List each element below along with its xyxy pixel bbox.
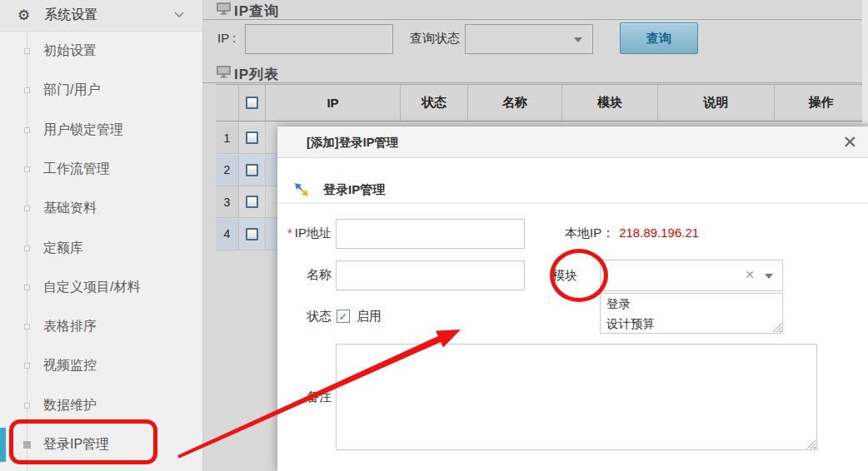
sidebar-item[interactable]: 部门/用户 [0, 71, 203, 110]
app-window: ⚙ 系统设置 初始设置部门/用户用户锁定管理工作流管理基础资料定额库自定义项目/… [0, 0, 868, 471]
local-ip-label: 本地IP： [565, 226, 614, 240]
status-label: 状态 [277, 309, 332, 325]
row-checkbox[interactable] [246, 228, 258, 240]
selected-item-indicator [0, 428, 6, 462]
row-number: 1 [216, 122, 239, 153]
tree-node-icon [24, 87, 30, 93]
monitor-icon [217, 2, 231, 15]
sidebar-item-label: 视频监控 [43, 357, 97, 374]
column-header: 操作 [775, 85, 868, 121]
tree-node-icon [24, 206, 30, 211]
name-label: 名称 [277, 267, 332, 283]
tree-node-icon [24, 403, 30, 409]
select-all-checkbox[interactable] [246, 97, 258, 109]
row-checkbox-cell [239, 219, 266, 250]
row-checkbox-cell [239, 155, 266, 186]
status-checkbox[interactable]: ✓ [337, 310, 350, 323]
resize-grip-icon[interactable] [806, 439, 816, 449]
local-ip-value: 218.89.196.21 [619, 226, 699, 240]
dialog-header: [添加]登录IP管理 ✕ [277, 126, 868, 158]
tree-node-icon [24, 285, 30, 290]
sidebar-item[interactable]: 用户锁定管理 [0, 111, 203, 150]
sidebar-item[interactable]: 工作流管理 [0, 150, 203, 189]
row-number: 3 [216, 186, 239, 217]
column-header: 状态 [401, 85, 468, 121]
dialog-title: [添加]登录IP管理 [307, 126, 398, 158]
dialog-section-title: 登录IP管理 [323, 182, 385, 198]
sidebar-item[interactable]: 数据维护 [0, 386, 203, 425]
section-arrows-icon [293, 181, 310, 198]
sidebar-item-label: 用户锁定管理 [43, 121, 123, 139]
sidebar-item-label: 数据维护 [43, 397, 97, 414]
sidebar-item-label: 自定义项目/材料 [43, 279, 140, 296]
tree-node-icon [24, 127, 30, 133]
ip-address-input[interactable] [336, 219, 525, 249]
divider [203, 82, 868, 83]
tree-node-icon [23, 441, 31, 449]
select-all-header [239, 85, 266, 121]
column-header: 名称 [468, 85, 562, 121]
table-header-row: IP状态名称模块说明操作 [216, 84, 868, 121]
sidebar-header-label: 系统设置 [44, 7, 97, 24]
close-icon[interactable]: ✕ [842, 131, 857, 153]
row-checkbox[interactable] [246, 164, 258, 176]
divider [203, 19, 868, 20]
enabled-label: 启用 [357, 309, 382, 325]
sidebar-item[interactable]: 视频监控 [0, 346, 203, 385]
module-label: 模块 [552, 268, 586, 284]
column-header: IP [266, 85, 401, 121]
sidebar-item[interactable]: 自定义项目/材料 [0, 268, 203, 307]
tree-node-icon [24, 324, 30, 330]
query-status-select[interactable] [465, 24, 593, 54]
list-section-title: IP列表 [234, 65, 279, 84]
name-input[interactable] [336, 260, 525, 290]
sidebar-item-label: 定额库 [43, 240, 83, 257]
sidebar-header[interactable]: ⚙ 系统设置 [0, 0, 202, 32]
sidebar-item-label: 工作流管理 [43, 161, 110, 178]
row-number: 2 [216, 155, 239, 186]
sidebar-item[interactable]: 初始设置 [0, 32, 203, 71]
local-ip: 本地IP：218.89.196.21 [565, 226, 699, 241]
check-icon: ✓ [339, 310, 348, 323]
tree-node-icon [24, 166, 30, 172]
remark-label: 备注 [277, 389, 332, 405]
tree-node-icon [24, 48, 30, 54]
module-option[interactable]: 登录 [601, 294, 782, 314]
monitor-icon [217, 66, 231, 78]
sidebar-item[interactable]: 登录IP管理 [0, 425, 203, 464]
row-checkbox-cell [239, 186, 266, 217]
sidebar-item-label: 登录IP管理 [43, 436, 109, 454]
search-button[interactable]: 查询 [620, 22, 698, 54]
module-option[interactable]: 设计预算 [601, 314, 782, 334]
gear-icon: ⚙ [17, 8, 30, 22]
sidebar-item[interactable]: 定额库 [0, 229, 203, 268]
ip-query-label: IP : [217, 31, 236, 45]
sidebar-item-label: 表格排序 [43, 318, 97, 335]
row-checkbox[interactable] [246, 131, 258, 144]
remark-textarea[interactable] [336, 344, 817, 450]
sidebar-item-label: 部门/用户 [43, 82, 100, 99]
tree-node-icon [24, 363, 30, 369]
tree-node-icon [24, 245, 30, 251]
ip-query-input[interactable] [245, 24, 393, 54]
column-header: 说明 [658, 85, 775, 121]
row-number-header [216, 85, 239, 121]
column-header: 模块 [562, 85, 658, 121]
dropdown-caret-icon [574, 37, 582, 42]
sidebar-item[interactable]: 基础资料 [0, 189, 203, 228]
sidebar: ⚙ 系统设置 初始设置部门/用户用户锁定管理工作流管理基础资料定额库自定义项目/… [0, 0, 203, 471]
sidebar-item[interactable]: 表格排序 [0, 307, 203, 346]
module-select[interactable]: ✕ [600, 260, 783, 291]
row-checkbox[interactable] [246, 196, 258, 208]
module-options-listbox: 登录设计预算 [600, 293, 783, 334]
required-asterisk: * [287, 226, 292, 240]
sidebar-item-label: 基础资料 [43, 200, 97, 217]
dropdown-caret-icon [765, 274, 773, 279]
add-login-ip-dialog: [添加]登录IP管理 ✕ 登录IP管理 *IP地址 本地IP：218.89.19… [277, 126, 868, 471]
row-checkbox-cell [239, 122, 266, 153]
query-status-label: 查询状态 [410, 31, 460, 47]
row-number: 4 [216, 219, 239, 250]
clear-icon[interactable]: ✕ [745, 268, 755, 281]
scrollbar-track[interactable] [862, 0, 868, 123]
divider [277, 202, 868, 204]
